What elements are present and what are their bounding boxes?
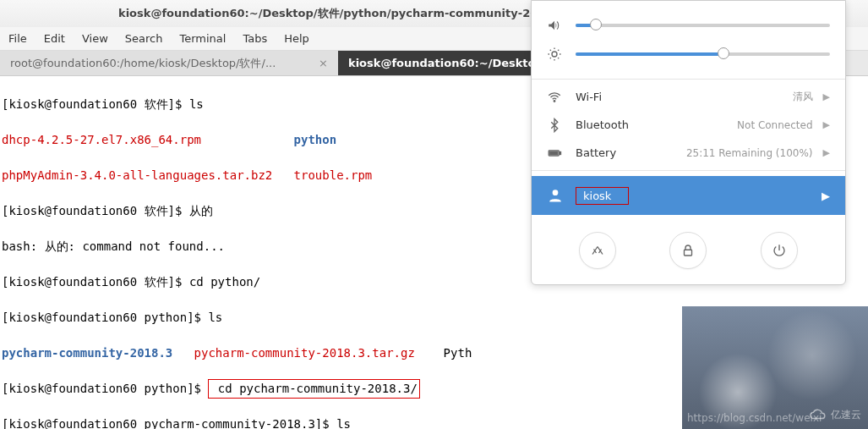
battery-label: Battery xyxy=(576,146,660,159)
volume-icon xyxy=(547,18,562,33)
bluetooth-row[interactable]: Bluetooth Not Connected ▶ xyxy=(532,111,845,139)
brightness-slider[interactable] xyxy=(576,52,830,56)
bluetooth-icon xyxy=(547,118,562,133)
wifi-label: Wi-Fi xyxy=(576,91,660,103)
system-menu-popover: Wi-Fi 清风 ▶ Bluetooth Not Connected ▶ Bat… xyxy=(531,0,846,285)
brightness-slider-row xyxy=(547,40,830,69)
power-icon xyxy=(772,243,787,258)
brightness-icon xyxy=(547,47,562,62)
chevron-right-icon: ▶ xyxy=(822,190,830,202)
menu-terminal[interactable]: Terminal xyxy=(179,32,226,45)
chevron-right-icon: ▶ xyxy=(823,147,830,158)
settings-button[interactable] xyxy=(579,232,616,269)
menu-edit[interactable]: Edit xyxy=(44,32,65,45)
lock-icon xyxy=(680,243,696,258)
battery-icon xyxy=(547,146,562,161)
user-icon xyxy=(547,187,564,204)
action-row xyxy=(532,220,845,284)
user-name: kiosk xyxy=(583,190,611,202)
wifi-value: 清风 xyxy=(660,90,823,104)
svg-rect-4 xyxy=(550,151,558,154)
window-title: kiosk@foundation60:~/Desktop/软件/python/p… xyxy=(118,6,553,21)
lock-button[interactable] xyxy=(669,232,707,269)
wifi-icon xyxy=(547,90,562,105)
menu-search[interactable]: Search xyxy=(125,32,163,45)
wifi-row[interactable]: Wi-Fi 清风 ▶ xyxy=(532,83,845,111)
tab-active[interactable]: kiosk@foundation60:~/Desktc xyxy=(338,51,544,75)
battery-value: 25:11 Remaining (100%) xyxy=(660,147,823,159)
highlight-cd-pycharm: cd pycharm-community-2018.3/ xyxy=(208,379,419,399)
tab-active-label: kiosk@foundation60:~/Desktc xyxy=(348,57,534,69)
tab-inactive[interactable]: root@foundation60:/home/kiosk/Desktop/软件… xyxy=(0,51,338,75)
logo: 亿速云 xyxy=(809,407,861,422)
menu-help[interactable]: Help xyxy=(284,32,309,45)
logo-text: 亿速云 xyxy=(831,408,861,422)
bluetooth-value: Not Connected xyxy=(660,119,823,131)
highlight-user-name: kiosk xyxy=(576,187,629,205)
tab-inactive-label: root@foundation60:/home/kiosk/Desktop/软件… xyxy=(10,56,276,71)
tab-close-icon[interactable]: × xyxy=(319,57,328,69)
cloud-icon xyxy=(809,407,827,422)
power-button[interactable] xyxy=(761,232,798,269)
svg-point-5 xyxy=(553,190,559,195)
battery-row[interactable]: Battery 25:11 Remaining (100%) ▶ xyxy=(532,139,845,167)
bluetooth-label: Bluetooth xyxy=(576,118,660,131)
menu-tabs[interactable]: Tabs xyxy=(243,32,267,45)
chevron-right-icon: ▶ xyxy=(823,91,830,102)
svg-point-0 xyxy=(552,52,557,57)
chevron-right-icon: ▶ xyxy=(823,119,830,130)
menu-view[interactable]: View xyxy=(82,32,108,45)
volume-slider-row xyxy=(547,11,830,40)
watermark-text: https://blog.csdn.net/weixi xyxy=(687,412,822,424)
settings-icon xyxy=(590,243,605,258)
volume-slider[interactable] xyxy=(576,24,830,27)
desktop-wallpaper: https://blog.csdn.net/weixi 亿速云 xyxy=(682,306,868,429)
svg-rect-3 xyxy=(560,151,561,154)
user-row[interactable]: kiosk ▶ xyxy=(532,176,845,215)
menu-file[interactable]: File xyxy=(8,32,27,45)
svg-point-1 xyxy=(554,100,555,102)
svg-rect-6 xyxy=(685,250,692,256)
